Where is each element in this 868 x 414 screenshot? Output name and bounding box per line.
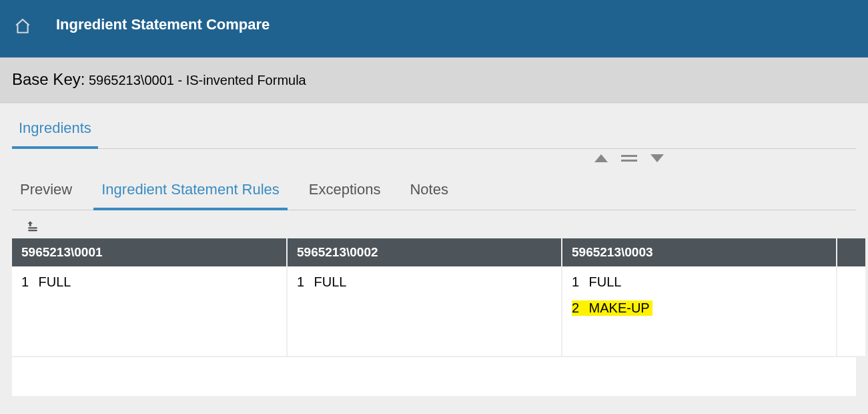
- find-replace-icon[interactable]: [27, 222, 39, 234]
- compare-cell: 1 FULL 2 MAKE-UP: [562, 266, 837, 356]
- app-title: Ingredient Statement Compare: [56, 16, 270, 33]
- sub-tabs: Preview Ingredient Statement Rules Excep…: [0, 166, 868, 210]
- rule-entry-highlight: 2 MAKE-UP: [572, 300, 653, 316]
- compare-col-header: 5965213\0001: [12, 238, 287, 266]
- compare-table: 5965213\0001 5965213\0002 5965213\0003 1…: [12, 238, 867, 356]
- rule-entry: 1 FULL: [572, 274, 827, 290]
- tab-preview[interactable]: Preview: [12, 181, 80, 210]
- rule-entry: 1 FULL: [297, 274, 552, 290]
- expand-down-icon[interactable]: [650, 154, 664, 162]
- tab-ingredients[interactable]: Ingredients: [12, 120, 98, 149]
- compare-col-header-extra: [837, 238, 866, 266]
- section-controls: [0, 149, 868, 166]
- tab-ingredient-statement-rules[interactable]: Ingredient Statement Rules: [93, 181, 288, 210]
- app-header: Ingredient Statement Compare: [0, 0, 868, 57]
- svg-rect-0: [28, 227, 37, 228]
- compare-cell-extra: [837, 266, 866, 356]
- compare-col-header: 5965213\0002: [287, 238, 562, 266]
- basekey-label: Base Key:: [12, 70, 85, 88]
- top-tabs: Ingredients: [0, 104, 868, 149]
- compare-col-header: 5965213\0003: [562, 238, 837, 266]
- tab-notes[interactable]: Notes: [402, 181, 456, 210]
- basekey-value: 5965213\0001 - IS-invented Formula: [89, 73, 306, 87]
- compare-cell: 1 FULL: [12, 266, 287, 356]
- collapse-up-icon[interactable]: [594, 154, 608, 162]
- blank-area: [12, 356, 856, 396]
- tab-exceptions[interactable]: Exceptions: [301, 181, 389, 210]
- table-row: 1 FULL 1 FULL 1 FULL: [12, 266, 866, 356]
- basekey-row: Base Key: 5965213\0001 - IS-invented For…: [0, 57, 868, 103]
- rule-entry: 1 FULL: [21, 274, 277, 290]
- compare-cell: 1 FULL: [287, 266, 562, 356]
- drag-handle-icon[interactable]: [621, 154, 637, 162]
- svg-rect-1: [28, 230, 37, 231]
- home-icon[interactable]: [0, 16, 45, 35]
